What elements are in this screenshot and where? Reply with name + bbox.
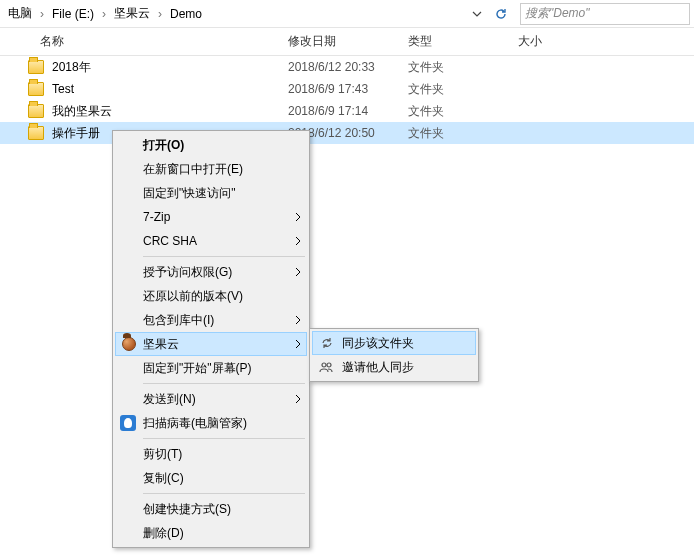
menu-label: 打开(O) <box>143 137 184 154</box>
file-name: 2018年 <box>52 59 91 76</box>
chevron-right-icon: › <box>38 7 46 21</box>
menu-delete[interactable]: 删除(D) <box>115 521 307 545</box>
chevron-right-icon: › <box>156 7 164 21</box>
menu-label: 剪切(T) <box>143 446 182 463</box>
chevron-right-icon: › <box>100 7 108 21</box>
menu-separator <box>143 383 305 384</box>
submenu-arrow-icon <box>295 315 301 325</box>
file-type: 文件夹 <box>408 125 518 142</box>
menu-label: 创建快捷方式(S) <box>143 501 231 518</box>
column-header-type[interactable]: 类型 <box>408 33 518 50</box>
submenu-arrow-icon <box>295 212 301 222</box>
nut-icon <box>120 335 138 353</box>
submenu-invite-others[interactable]: 邀请他人同步 <box>312 355 476 379</box>
file-type: 文件夹 <box>408 59 518 76</box>
menu-label: 固定到"开始"屏幕(P) <box>143 360 252 377</box>
folder-icon <box>28 60 44 74</box>
menu-restore-versions[interactable]: 还原以前的版本(V) <box>115 284 307 308</box>
dropdown-history-button[interactable] <box>468 5 486 23</box>
breadcrumb[interactable]: 电脑 › File (E:) › 坚果云 › Demo <box>4 3 464 24</box>
menu-label: 固定到"快速访问" <box>143 185 236 202</box>
search-input[interactable]: 搜索"Demo" <box>520 3 690 25</box>
breadcrumb-item[interactable]: 电脑 <box>4 3 36 24</box>
svg-point-1 <box>327 363 331 367</box>
menu-separator <box>143 493 305 494</box>
shield-icon <box>119 414 137 432</box>
menu-open[interactable]: 打开(O) <box>115 133 307 157</box>
column-header-size[interactable]: 大小 <box>518 33 598 50</box>
folder-icon <box>28 82 44 96</box>
submenu-arrow-icon <box>295 267 301 277</box>
submenu-arrow-icon <box>295 339 301 349</box>
file-type: 文件夹 <box>408 103 518 120</box>
menu-scan-virus[interactable]: 扫描病毒(电脑管家) <box>115 411 307 435</box>
menu-separator <box>143 438 305 439</box>
breadcrumb-item[interactable]: 坚果云 <box>110 3 154 24</box>
folder-icon <box>28 126 44 140</box>
menu-label: 复制(C) <box>143 470 184 487</box>
menu-label: 坚果云 <box>143 336 179 353</box>
breadcrumb-item[interactable]: File (E:) <box>48 5 98 23</box>
menu-label: 授予访问权限(G) <box>143 264 232 281</box>
file-date: 2018/6/12 20:33 <box>288 60 408 74</box>
menu-include-library[interactable]: 包含到库中(I) <box>115 308 307 332</box>
file-row[interactable]: 2018年 2018/6/12 20:33 文件夹 <box>0 56 694 78</box>
menu-send-to[interactable]: 发送到(N) <box>115 387 307 411</box>
menu-label: 扫描病毒(电脑管家) <box>143 415 247 432</box>
menu-label: 删除(D) <box>143 525 184 542</box>
sync-icon <box>319 335 335 351</box>
menu-label: 邀请他人同步 <box>342 359 414 376</box>
file-name: Test <box>52 82 74 96</box>
file-row-selected[interactable]: 操作手册 2018/6/12 20:50 文件夹 <box>0 122 694 144</box>
menu-label: 还原以前的版本(V) <box>143 288 243 305</box>
file-type: 文件夹 <box>408 81 518 98</box>
submenu-sync-folder[interactable]: 同步该文件夹 <box>312 331 476 355</box>
submenu-arrow-icon <box>295 394 301 404</box>
file-name: 我的坚果云 <box>52 103 112 120</box>
menu-pin-quick-access[interactable]: 固定到"快速访问" <box>115 181 307 205</box>
menu-label: 同步该文件夹 <box>342 335 414 352</box>
file-row[interactable]: 我的坚果云 2018/6/9 17:14 文件夹 <box>0 100 694 122</box>
refresh-button[interactable] <box>492 5 510 23</box>
svg-point-0 <box>322 363 326 367</box>
submenu-arrow-icon <box>295 236 301 246</box>
menu-label: 发送到(N) <box>143 391 196 408</box>
menu-7zip[interactable]: 7-Zip <box>115 205 307 229</box>
context-menu: 打开(O) 在新窗口中打开(E) 固定到"快速访问" 7-Zip CRC SHA… <box>112 130 310 548</box>
file-name: 操作手册 <box>52 125 100 142</box>
menu-copy[interactable]: 复制(C) <box>115 466 307 490</box>
menu-create-shortcut[interactable]: 创建快捷方式(S) <box>115 497 307 521</box>
search-placeholder: 搜索"Demo" <box>525 5 590 22</box>
folder-icon <box>28 104 44 118</box>
menu-label: 包含到库中(I) <box>143 312 214 329</box>
jianguoyun-submenu: 同步该文件夹 邀请他人同步 <box>309 328 479 382</box>
menu-grant-access[interactable]: 授予访问权限(G) <box>115 260 307 284</box>
column-headers: 名称 修改日期 类型 大小 <box>0 28 694 56</box>
menu-label: CRC SHA <box>143 234 197 248</box>
menu-crc-sha[interactable]: CRC SHA <box>115 229 307 253</box>
file-list: 2018年 2018/6/12 20:33 文件夹 Test 2018/6/9 … <box>0 56 694 144</box>
menu-separator <box>143 256 305 257</box>
people-icon <box>318 359 334 375</box>
column-header-date[interactable]: 修改日期 <box>288 33 408 50</box>
file-date: 2018/6/9 17:43 <box>288 82 408 96</box>
breadcrumb-item[interactable]: Demo <box>166 5 206 23</box>
menu-cut[interactable]: 剪切(T) <box>115 442 307 466</box>
menu-label: 在新窗口中打开(E) <box>143 161 243 178</box>
file-row[interactable]: Test 2018/6/9 17:43 文件夹 <box>0 78 694 100</box>
file-date: 2018/6/9 17:14 <box>288 104 408 118</box>
menu-label: 7-Zip <box>143 210 170 224</box>
menu-pin-start[interactable]: 固定到"开始"屏幕(P) <box>115 356 307 380</box>
menu-open-new-window[interactable]: 在新窗口中打开(E) <box>115 157 307 181</box>
address-bar: 电脑 › File (E:) › 坚果云 › Demo 搜索"Demo" <box>0 0 694 28</box>
menu-jianguoyun[interactable]: 坚果云 <box>115 332 307 356</box>
column-header-name[interactable]: 名称 <box>0 33 288 50</box>
